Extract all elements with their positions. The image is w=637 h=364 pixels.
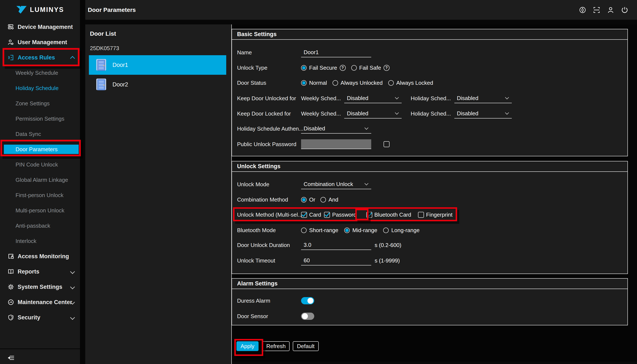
- fail-secure-radio[interactable]: [301, 65, 307, 70]
- door-icon: [95, 78, 108, 91]
- sidebar-item-multi-person-unlock[interactable]: Multi-person Unlock: [0, 203, 80, 218]
- sidebar-item-reports[interactable]: Reports: [0, 264, 80, 279]
- chevron-down-icon: [71, 316, 74, 320]
- sidebar-item-first-person-unlock[interactable]: First-person Unlock: [0, 188, 80, 203]
- checkbox-label: Password: [332, 212, 356, 218]
- help-icon[interactable]: [340, 65, 346, 71]
- public-unlock-password-checkbox[interactable]: [383, 141, 389, 147]
- radio-label: Fail Secure: [309, 64, 337, 71]
- field-label: Keep Door Locked for: [237, 110, 291, 117]
- sidebar-item-security[interactable]: Security: [0, 310, 80, 325]
- mid-range-radio[interactable]: [344, 228, 350, 233]
- door-unlock-duration-row: Door Unlock Duration s (0.2-600): [232, 238, 627, 253]
- unlock-timeout-row: Unlock Timeout s (1-9999): [232, 253, 627, 268]
- bluetooth-card-checkbox[interactable]: [366, 212, 372, 218]
- short-range-radio[interactable]: [301, 228, 307, 233]
- door-list-item-door1[interactable]: Door1: [89, 55, 226, 75]
- sidebar-item-label: First-person Unlock: [16, 192, 63, 198]
- sidebar-item-maintenance-center[interactable]: Maintenance Center: [0, 294, 80, 310]
- weekly-schedule-label: Weekly Sched...: [301, 95, 341, 102]
- name-input[interactable]: [301, 48, 371, 57]
- refresh-button[interactable]: Refresh: [262, 341, 290, 351]
- section-title: Basic Settings: [232, 29, 627, 40]
- holiday-schedule-label: Holiday Sched...: [410, 95, 451, 102]
- sidebar-item-anti-passback[interactable]: Anti-passback: [0, 218, 80, 234]
- radio-label: Always Locked: [396, 80, 433, 86]
- sidebar-item-label: PIN Code Unlock: [16, 162, 58, 168]
- scan-icon[interactable]: [593, 6, 600, 14]
- topbar: Door Parameters: [85, 0, 637, 20]
- sidebar-item-interlock[interactable]: Interlock: [0, 234, 80, 249]
- sidebar-collapse-icon[interactable]: [8, 354, 15, 362]
- luminys-logo-icon: [16, 5, 27, 14]
- sidebar-item-label: Global Alarm Linkage: [16, 177, 68, 183]
- public-unlock-password-input: [301, 139, 371, 149]
- duress-alarm-toggle[interactable]: [301, 297, 314, 304]
- radio-label: Short-range: [309, 227, 338, 234]
- sidebar-item-system-settings[interactable]: System Settings: [0, 279, 80, 294]
- holiday-schedule-select[interactable]: Disabled: [454, 109, 512, 118]
- unlock-mode-row: Unlock Mode Combination Unlock: [232, 177, 627, 192]
- weekly-schedule-select[interactable]: Disabled: [344, 109, 402, 118]
- and-radio[interactable]: [320, 197, 326, 202]
- sidebar-item-access-monitoring[interactable]: Access Monitoring: [0, 249, 80, 264]
- compass-icon[interactable]: [579, 6, 586, 14]
- long-range-radio[interactable]: [383, 228, 389, 233]
- apply-button[interactable]: Apply: [237, 341, 259, 351]
- sidebar-item-door-parameters[interactable]: Door Parameters: [0, 142, 80, 157]
- fail-safe-radio[interactable]: [351, 65, 357, 70]
- weekly-schedule-select[interactable]: Disabled: [344, 94, 402, 103]
- sidebar-item-device-management[interactable]: Device Management: [0, 19, 80, 34]
- always-unlocked-radio[interactable]: [333, 80, 338, 86]
- holiday-schedule-auth-row: Holiday Schedule Authen... Disabled: [232, 121, 627, 136]
- holiday-schedule-auth-select[interactable]: Disabled: [301, 124, 371, 134]
- basic-settings-section: Basic Settings Name Unlock Type Fail Sec…: [232, 29, 628, 156]
- sidebar-item-permission-settings[interactable]: Permission Settings: [0, 111, 80, 126]
- sidebar-item-zone-settings[interactable]: Zone Settings: [0, 96, 80, 111]
- door-list-item-door2[interactable]: Door2: [89, 75, 226, 94]
- sidebar-item-access-rules[interactable]: Access Rules: [0, 50, 80, 65]
- sidebar-item-user-management[interactable]: User Management: [0, 34, 80, 50]
- topbar-divider: [85, 20, 637, 24]
- field-label: Combination Method: [237, 196, 288, 203]
- card-checkbox[interactable]: [301, 212, 307, 218]
- sidebar-item-data-sync[interactable]: Data Sync: [0, 126, 80, 142]
- holiday-schedule-select[interactable]: Disabled: [454, 94, 512, 103]
- device-serial: 25DK05773: [90, 45, 119, 52]
- maintenance-center-icon: [8, 299, 14, 306]
- chevron-down-icon: [71, 285, 74, 290]
- combination-method-row: Combination Method Or And: [232, 192, 627, 207]
- sidebar-item-weekly-schedule[interactable]: Weekly Schedule: [0, 65, 80, 80]
- chevron-down-icon: [364, 126, 368, 130]
- public-unlock-password-row: Public Unlock Password: [232, 136, 627, 152]
- or-radio[interactable]: [301, 197, 307, 202]
- unlock-mode-select[interactable]: Combination Unlock: [301, 180, 371, 189]
- door-sensor-toggle[interactable]: [301, 312, 314, 320]
- sidebar-item-label: Access Rules: [18, 54, 55, 61]
- sidebar-footer-divider: [0, 348, 80, 349]
- sidebar-item-label: Maintenance Center: [18, 299, 72, 306]
- sidebar-item-label: Interlock: [16, 238, 36, 244]
- help-icon[interactable]: [383, 65, 389, 71]
- sidebar-item-label: Zone Settings: [16, 100, 50, 107]
- always-locked-radio[interactable]: [388, 80, 394, 86]
- fingerprint-checkbox[interactable]: [418, 212, 424, 218]
- door-unlock-duration-input[interactable]: [301, 240, 371, 250]
- checkbox-label: Fingerprint: [426, 212, 453, 218]
- user-icon[interactable]: [607, 6, 614, 14]
- radio-label: Mid-range: [352, 227, 377, 234]
- password-checkbox[interactable]: [324, 212, 330, 218]
- radio-label: And: [328, 196, 338, 203]
- normal-radio[interactable]: [301, 80, 307, 86]
- power-icon[interactable]: [621, 6, 628, 14]
- chevron-up-icon: [71, 57, 74, 61]
- range-hint: s (1-9999): [375, 258, 400, 264]
- sidebar-item-pin-code-unlock[interactable]: PIN Code Unlock: [0, 157, 80, 172]
- chevron-down-icon: [395, 111, 399, 114]
- field-label: Public Unlock Password: [237, 141, 296, 148]
- holiday-schedule-label: Holiday Sched...: [410, 110, 451, 117]
- sidebar-item-global-alarm-linkage[interactable]: Global Alarm Linkage: [0, 172, 80, 188]
- default-button[interactable]: Default: [293, 341, 319, 351]
- sidebar-item-holiday-schedule[interactable]: Holiday Schedule: [0, 80, 80, 96]
- unlock-timeout-input[interactable]: [301, 256, 371, 266]
